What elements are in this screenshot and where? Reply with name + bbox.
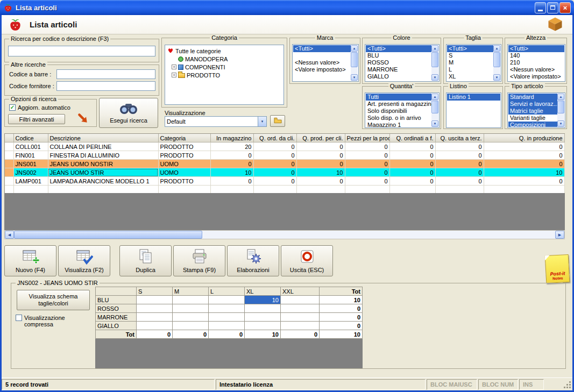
col-header[interactable]: Q. uscita a terz. — [435, 134, 484, 142]
row-selector[interactable] — [5, 168, 13, 177]
list-item[interactable]: XL — [447, 73, 493, 80]
row-selector[interactable] — [5, 177, 13, 186]
expand-icon[interactable]: + — [172, 73, 176, 77]
list-item[interactable]: <Tutti> — [447, 45, 493, 52]
row-selector[interactable] — [5, 142, 13, 151]
expand-icon[interactable]: + — [172, 65, 176, 69]
stampa-button[interactable]: Stampa (F9) — [173, 245, 225, 276]
list-item[interactable]: BLU — [366, 52, 431, 59]
resize-grip[interactable] — [564, 381, 571, 390]
col-header[interactable]: Q. ord. da cli. — [253, 134, 296, 142]
scroll-down-icon[interactable]: ▼ — [351, 74, 358, 81]
chevron-down-icon[interactable]: ▼ — [258, 117, 266, 126]
list-item[interactable]: <Tutti> — [366, 45, 431, 52]
size-color-matrix[interactable]: S M L XL XXL Tot BLU 10 — [95, 287, 363, 339]
list-item[interactable]: Tutti — [366, 94, 431, 101]
supplier-code-input[interactable] — [56, 81, 155, 91]
auto-update-checkbox[interactable]: ✓ Aggiorn. automatico — [9, 104, 70, 111]
list-item[interactable]: 210 — [508, 59, 564, 66]
row-selector[interactable] — [5, 151, 13, 160]
scrollbar[interactable]: ▲ ▼ — [431, 94, 438, 127]
table-row[interactable]: LAMP001 LAMPADA ARANCIONE MODELLO 1 PROD… — [5, 177, 564, 186]
category-tree[interactable]: Tutte le categorie + MANODOPERA + COMPON… — [165, 45, 284, 105]
list-item[interactable]: Standard — [508, 94, 557, 101]
list-item[interactable]: GIALLO — [366, 73, 431, 80]
articles-grid[interactable]: Codice Descrizione Categoria In magazzin… — [4, 133, 565, 195]
scroll-up-icon[interactable]: ▲ — [431, 94, 438, 100]
scroll-up-icon[interactable]: ▲ — [557, 94, 564, 100]
list-item[interactable]: 140 — [508, 52, 564, 59]
list-item[interactable]: Listino 1 — [447, 94, 500, 101]
list-item[interactable]: L — [447, 66, 493, 73]
scrollbar[interactable]: ▲ ▼ — [431, 45, 438, 81]
esegui-ricerca-button[interactable]: Esegui ricerca — [99, 98, 158, 128]
list-item[interactable]: Art. presenti a magazzino — [366, 101, 431, 108]
col-header[interactable]: Codice — [13, 134, 48, 142]
list-item[interactable]: S — [447, 52, 493, 59]
scroll-down-icon[interactable]: ▼ — [431, 120, 438, 127]
list-item[interactable]: M — [447, 59, 493, 66]
table-row[interactable]: FIN001 FINESTRA DI ALLUMINIO PRODOTTO 0 … — [5, 151, 564, 160]
visualizza-button[interactable]: Visualizza (F2) — [58, 245, 110, 276]
list-item[interactable]: Magazzino 1 — [366, 122, 431, 127]
col-header[interactable]: Descrizione — [48, 134, 158, 142]
scrollbar[interactable]: ▲ ▼ — [351, 45, 358, 81]
list-item[interactable]: ROSSO — [366, 59, 431, 66]
quantita-list[interactable]: TuttiArt. presenti a magazzinoSolo dispo… — [365, 92, 440, 128]
scroll-right-icon[interactable]: ▶ — [555, 231, 564, 239]
scroll-down-icon[interactable]: ▼ — [493, 74, 500, 81]
scroll-up-icon[interactable]: ▲ — [431, 45, 438, 52]
table-row[interactable]: JNS001 JEANS UOMO NOSTIR UOMO 0 0 0 0 0 … — [5, 160, 564, 168]
list-item[interactable]: Solo disp. o in arrivo — [366, 115, 431, 122]
table-row[interactable]: JNS002 JEANS UOMO STIR UOMO 10 0 10 0 0 … — [5, 168, 564, 177]
list-item[interactable]: Solo disponibili — [366, 108, 431, 115]
list-item[interactable]: <Nessun valore> — [293, 59, 351, 66]
list-item[interactable]: Composizioni — [508, 122, 557, 127]
close-button[interactable]: × — [559, 2, 571, 13]
list-item[interactable]: <Nessun valore> — [508, 66, 564, 73]
list-item[interactable]: <Tutti> — [508, 45, 564, 52]
row-selector[interactable] — [5, 160, 13, 168]
barcode-input[interactable] — [56, 69, 155, 79]
col-header[interactable]: Pezzi per la prod. — [345, 134, 389, 142]
scroll-up-icon[interactable]: ▲ — [493, 45, 500, 52]
scroll-left-icon[interactable]: ◀ — [5, 231, 14, 239]
col-header[interactable]: Q. ordinati a f. — [389, 134, 435, 142]
advanced-filters-button[interactable]: Filtri avanzati — [8, 114, 65, 124]
list-item[interactable]: <Tutti> — [293, 45, 351, 52]
postit-notes-icon[interactable]: Post-it Notes — [545, 255, 569, 283]
scrollbar[interactable]: ▲ ▼ — [557, 94, 564, 127]
list-item[interactable] — [293, 52, 351, 59]
scroll-down-icon[interactable]: ▼ — [557, 120, 564, 127]
open-view-folder-button[interactable] — [270, 115, 285, 127]
col-header[interactable]: In magazzino — [210, 134, 253, 142]
altezza-list[interactable]: <Tutti>140210<Nessun valore><Valore impo… — [507, 44, 565, 82]
compressed-view-checkbox[interactable]: Visualizzazione compressa — [16, 315, 91, 327]
list-item[interactable]: <Valore impostato> — [508, 73, 564, 80]
marca-list[interactable]: <Tutti><Nessun valore><Valore impostato>… — [292, 44, 359, 82]
visualizzazione-select[interactable]: Default ▼ — [165, 116, 267, 127]
tree-item[interactable]: + COMPONENTI — [165, 63, 284, 71]
colore-list[interactable]: <Tutti>BLUROSSOMARRONEGIALLO ▲ ▼ — [365, 44, 440, 82]
goto-arrow-icon[interactable] — [77, 112, 89, 125]
uscita-button[interactable]: Uscita (ESC) — [281, 245, 333, 276]
schema-taglie-colori-button[interactable]: Visualizza schema taglie/colori — [17, 290, 90, 310]
list-item[interactable]: Servizi e lavoraz... — [508, 101, 557, 108]
nuovo-button[interactable]: Nuovo (F4) — [4, 245, 56, 276]
box-icon[interactable] — [547, 16, 563, 33]
list-item[interactable]: Varianti taglie — [508, 115, 557, 122]
tipo-articolo-list[interactable]: StandardServizi e lavoraz...Matrici tagl… — [507, 92, 565, 128]
scroll-up-icon[interactable]: ▲ — [351, 45, 358, 52]
taglia-list[interactable]: <Tutti>SMLXL ▲ ▼ — [446, 44, 501, 82]
col-header[interactable]: Q. prod. per cli. — [296, 134, 345, 142]
col-header[interactable]: Categoria — [158, 134, 210, 142]
list-item[interactable]: <Valore impostato> — [293, 66, 351, 73]
list-item[interactable]: Matrici taglie — [508, 108, 557, 115]
tree-item-root[interactable]: Tutte le categorie — [165, 47, 284, 55]
tree-item[interactable]: + MANODOPERA — [165, 55, 284, 63]
horizontal-scrollbar[interactable]: ◀ ▶ — [4, 230, 565, 239]
list-item[interactable]: MARRONE — [366, 66, 431, 73]
scrollbar[interactable]: ▲ ▼ — [493, 45, 500, 81]
search-input[interactable] — [8, 46, 155, 56]
table-row[interactable]: COLL001 COLLANA DI PERLINE PRODOTTO 20 0… — [5, 142, 564, 151]
